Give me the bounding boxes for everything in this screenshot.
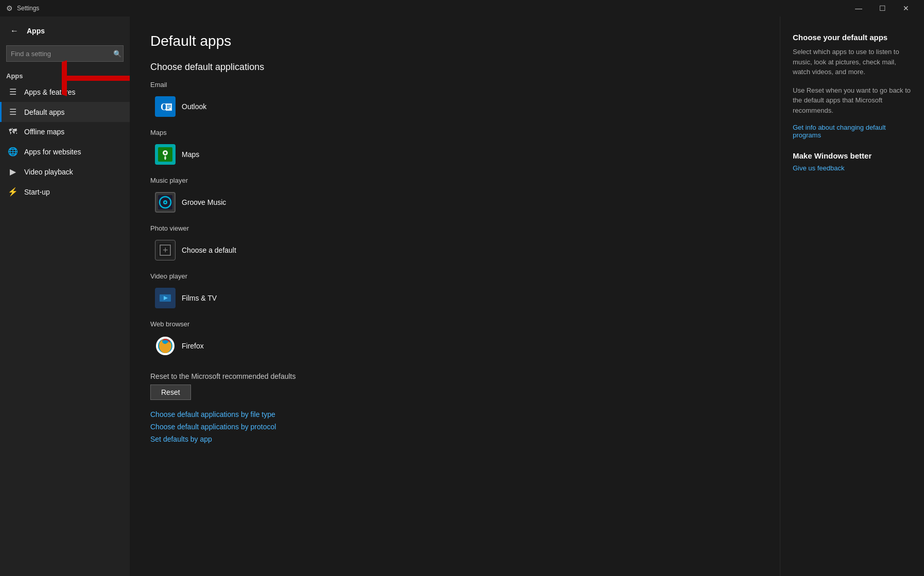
title-bar-title: Settings	[17, 5, 39, 12]
offline-maps-icon: 🗺	[8, 127, 18, 136]
page-title: Default apps	[150, 33, 759, 49]
video-playback-icon: ▶	[8, 167, 18, 177]
groove-app-name: Groove Music	[182, 198, 226, 206]
sidebar-item-label-video-playback: Video playback	[24, 168, 73, 176]
right-panel-heading: Choose your default apps	[793, 33, 912, 42]
sidebar-item-video-playback[interactable]: ▶ Video playback	[0, 162, 130, 182]
protocol-link[interactable]: Choose default applications by protocol	[150, 423, 759, 431]
right-panel-description1: Select which apps to use to listen to mu…	[793, 47, 912, 77]
video-player-label: Video player	[150, 272, 759, 280]
right-panel: Choose your default apps Select which ap…	[780, 16, 924, 576]
set-defaults-link[interactable]: Set defaults by app	[150, 435, 759, 443]
maximize-button[interactable]: ☐	[870, 0, 894, 16]
groove-icon	[155, 192, 176, 213]
file-type-link[interactable]: Choose default applications by file type	[150, 410, 759, 418]
music-app-item[interactable]: Groove Music	[150, 188, 315, 216]
settings-icon: ⚙	[6, 4, 13, 12]
sidebar-item-label-apps-features: Apps & features	[24, 88, 76, 96]
sidebar-item-label-offline-maps: Offline maps	[24, 128, 64, 136]
sidebar-item-start-up[interactable]: ⚡ Start-up	[0, 182, 130, 202]
right-panel-description2: Use Reset when you want to go back to th…	[793, 85, 912, 116]
sidebar-item-apps-features[interactable]: ☰ Apps & features	[0, 82, 130, 102]
outlook-app-name: Outlook	[182, 102, 206, 111]
outlook-icon: O	[155, 96, 176, 117]
sidebar-item-apps-for-websites[interactable]: 🌐 Apps for websites	[0, 142, 130, 162]
films-tv-app-name: Films & TV	[182, 294, 217, 302]
svg-rect-5	[167, 105, 171, 106]
choose-default-icon: +	[155, 240, 176, 260]
reset-label: Reset to the Microsoft recommended defau…	[150, 372, 759, 380]
web-browser-label: Web browser	[150, 320, 759, 328]
web-browser-app-item[interactable]: Firefox	[150, 332, 315, 360]
title-bar-controls: — ☐ ✕	[847, 0, 918, 16]
reset-button[interactable]: Reset	[150, 385, 191, 400]
default-apps-icon: ☰	[8, 107, 18, 117]
close-button[interactable]: ✕	[894, 0, 918, 16]
apps-for-websites-icon: 🌐	[8, 147, 18, 156]
svg-rect-7	[167, 108, 169, 109]
sidebar-item-label-default-apps: Default apps	[24, 108, 65, 116]
maps-icon	[155, 144, 176, 165]
video-player-app-item[interactable]: Films & TV	[150, 284, 315, 312]
main-content: Default apps Choose default applications…	[130, 16, 780, 576]
choose-default-app-name: Choose a default	[182, 246, 236, 254]
photo-viewer-label: Photo viewer	[150, 224, 759, 232]
title-bar: ⚙ Settings — ☐ ✕	[0, 0, 924, 16]
app-container: ← Apps 🔍 Apps ☰ Apps & features ☰ Defaul…	[0, 16, 924, 576]
firefox-app-name: Firefox	[182, 342, 204, 350]
sidebar-item-offline-maps[interactable]: 🗺 Offline maps	[0, 122, 130, 142]
maps-label: Maps	[150, 129, 759, 136]
music-player-label: Music player	[150, 177, 759, 184]
right-panel-subheading: Make Windows better	[793, 151, 912, 160]
apps-features-icon: ☰	[8, 87, 18, 97]
back-button[interactable]: ←	[6, 23, 23, 39]
firefox-icon	[155, 336, 176, 356]
sidebar-nav-top: ← Apps	[0, 21, 130, 43]
title-bar-left: ⚙ Settings	[6, 4, 39, 12]
svg-point-10	[164, 152, 166, 154]
sidebar: ← Apps 🔍 Apps ☰ Apps & features ☰ Defaul…	[0, 16, 130, 576]
get-info-link[interactable]: Get info about changing default programs	[793, 124, 912, 139]
sidebar-item-label-start-up: Start-up	[24, 188, 50, 196]
svg-text:+: +	[163, 245, 168, 255]
svg-rect-6	[167, 107, 171, 108]
reset-section: Reset to the Microsoft recommended defau…	[150, 372, 759, 400]
minimize-button[interactable]: —	[847, 0, 870, 16]
films-tv-icon	[155, 288, 176, 308]
search-icon-button[interactable]: 🔍	[113, 50, 121, 58]
search-input[interactable]	[6, 45, 124, 62]
section-heading: Choose default applications	[150, 62, 759, 73]
maps-app-name: Maps	[182, 150, 199, 159]
email-label: Email	[150, 81, 759, 89]
email-app-item[interactable]: O Outlook	[150, 93, 315, 120]
maps-app-item[interactable]: Maps	[150, 141, 315, 168]
sidebar-item-label-apps-for-websites: Apps for websites	[24, 148, 81, 156]
sidebar-section-label: Apps	[0, 68, 130, 82]
search-box: 🔍	[6, 45, 124, 62]
sidebar-app-title: Apps	[27, 27, 45, 35]
photo-viewer-app-item[interactable]: + Choose a default	[150, 236, 315, 264]
link-section: Choose default applications by file type…	[150, 410, 759, 443]
sidebar-item-default-apps[interactable]: ☰ Default apps	[0, 102, 130, 122]
start-up-icon: ⚡	[8, 187, 18, 197]
svg-point-14	[165, 202, 166, 203]
give-feedback-link[interactable]: Give us feedback	[793, 164, 912, 172]
